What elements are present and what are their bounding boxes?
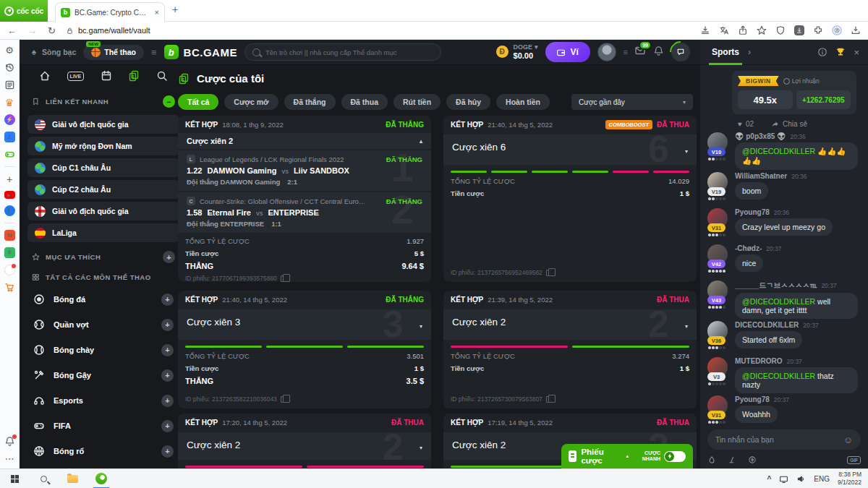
more-icon[interactable]: ⋯ bbox=[4, 453, 15, 464]
bet-card[interactable]: KẾT HỢP 17:20, 14 thg 5, 2022 ĐÃ THUA Cư… bbox=[178, 414, 431, 468]
home-icon[interactable] bbox=[39, 70, 51, 82]
bet-card[interactable]: KẾT HỢP 21:40, 14 thg 5, 2022 COMBOBOOST… bbox=[443, 116, 697, 282]
sidebar-sport-item[interactable]: Bóng Gậy + bbox=[27, 364, 179, 386]
translate-icon[interactable] bbox=[719, 25, 729, 35]
forward-icon[interactable]: → bbox=[27, 25, 37, 36]
bet-card[interactable]: KẾT HỢP 21:39, 14 thg 5, 2022 ĐÃ THUA Cư… bbox=[443, 291, 697, 408]
casino-mode-button[interactable]: ♠ Sòng bạc bbox=[30, 48, 76, 56]
games-gamepad-icon[interactable] bbox=[4, 149, 15, 160]
sidebar-sport-item[interactable]: Quần vợt + bbox=[27, 314, 179, 335]
wallet-button[interactable]: Ví bbox=[545, 42, 590, 62]
quick-link-item[interactable]: LaLiga bbox=[27, 223, 179, 242]
bet-title-bar[interactable]: Cược xiên 6 6 ▾ bbox=[443, 134, 697, 165]
copy-icon[interactable] bbox=[546, 396, 552, 403]
user-avatar[interactable] bbox=[597, 43, 616, 61]
username[interactable]: -Chødz- bbox=[735, 244, 762, 252]
download-active-icon[interactable] bbox=[794, 25, 804, 35]
quick-link-item[interactable]: Giải vô địch quốc gia bbox=[27, 115, 179, 134]
crown-icon[interactable]: ♛ bbox=[4, 97, 15, 108]
facebook-icon[interactable]: f bbox=[4, 205, 15, 216]
my-bets-icon[interactable] bbox=[128, 70, 140, 82]
tip-coin-icon[interactable] bbox=[748, 455, 757, 464]
sort-dropdown[interactable]: Cược gần đây ▾ bbox=[571, 94, 693, 110]
chevron-right-icon[interactable]: › bbox=[748, 47, 751, 57]
notifications-button[interactable] bbox=[653, 46, 664, 59]
shopee-icon[interactable]: 99 bbox=[4, 230, 15, 241]
history-icon[interactable] bbox=[4, 62, 15, 73]
file-explorer-icon[interactable] bbox=[58, 469, 87, 488]
header-menu-icon[interactable]: ≡ bbox=[151, 47, 157, 58]
bigwin-share-card[interactable]: BIGWIN Lợi nhuận 49.5x +1262.76295 bbox=[732, 71, 856, 114]
quick-link-item[interactable]: Cúp C1 châu Âu bbox=[27, 158, 179, 177]
expand-betslip-icon[interactable]: ▴ bbox=[626, 453, 629, 459]
downloads-tray-icon[interactable] bbox=[851, 25, 861, 35]
username[interactable]: Pyoung78 bbox=[735, 395, 770, 403]
chat-rules-info-icon[interactable] bbox=[817, 47, 827, 57]
bet-card[interactable]: KẾT HỢP 18:08, 1 thg 9, 2022 ĐÃ THẮNG Cư… bbox=[178, 116, 431, 282]
gif-button[interactable]: GIF bbox=[847, 456, 861, 464]
betslip-panel[interactable]: Phiếu cược ▴ CƯỢC NHANH bbox=[561, 444, 693, 468]
sidebar-sport-item[interactable]: Esports + bbox=[27, 390, 179, 411]
save-page-icon[interactable] bbox=[700, 25, 710, 35]
notification-bell-icon[interactable] bbox=[4, 436, 15, 447]
username[interactable]: Pyoung78 bbox=[735, 208, 770, 216]
youtube-icon[interactable]: ▶ bbox=[4, 191, 15, 199]
mention[interactable]: @DICECOLDKILLER bbox=[742, 372, 815, 380]
profile-menu-icon[interactable]: ≡ bbox=[624, 48, 627, 56]
username[interactable]: WilliamShatner bbox=[735, 172, 787, 180]
quick-link-item[interactable]: Cúp C2 châu Âu bbox=[27, 180, 179, 199]
chat-toggle-button[interactable] bbox=[671, 43, 690, 61]
bookmark-star-icon[interactable] bbox=[757, 25, 767, 35]
sidebar-sport-item[interactable]: Bóng chày + bbox=[27, 339, 179, 361]
close-chat-icon[interactable]: × bbox=[854, 47, 859, 58]
new-tab-button[interactable]: + bbox=[172, 4, 178, 15]
zalo-icon[interactable]: Z bbox=[4, 132, 15, 142]
expand-icon[interactable]: ▾ bbox=[685, 323, 688, 330]
store-app-icon[interactable]: ⠿ bbox=[4, 247, 15, 258]
balance-selector[interactable]: Ð DOGE▾ $0.00 bbox=[496, 44, 538, 60]
coccoc-menu-button[interactable]: cốc cốc bbox=[0, 0, 48, 22]
url-field[interactable]: bc.game/wallet/vault bbox=[66, 26, 150, 35]
add-shortcut-icon[interactable]: + bbox=[4, 174, 15, 184]
settings-gear-icon[interactable]: ⚙ bbox=[4, 45, 15, 56]
pingpong-app-icon[interactable] bbox=[4, 265, 15, 275]
quick-link-item[interactable]: Mỹ mở rộng Đơn Nam bbox=[27, 137, 179, 155]
username[interactable]: DICECOLDKILLER bbox=[735, 321, 799, 329]
expand-icon[interactable]: ▾ bbox=[420, 323, 422, 330]
username[interactable]: ______드ㄱ브ㅅㅅㅅㅅ℡ bbox=[735, 281, 817, 291]
taskbar-search-icon[interactable] bbox=[29, 469, 58, 488]
expand-icon[interactable]: ▾ bbox=[420, 445, 422, 451]
filter-pill[interactable]: Đã thua bbox=[341, 94, 388, 110]
inbox-button[interactable]: 99 bbox=[634, 45, 646, 59]
browser-tab[interactable]: b BC.Game: Crypto Casino Gam × bbox=[55, 2, 165, 22]
username[interactable]: 👽 p0p3x85 👽 bbox=[735, 132, 786, 140]
filter-pill[interactable]: Rút tiền bbox=[393, 94, 441, 110]
tray-expand-icon[interactable]: ^ bbox=[767, 475, 771, 483]
newsfeed-icon[interactable] bbox=[4, 80, 15, 90]
filter-pill[interactable]: Hoàn tiền bbox=[496, 94, 550, 110]
trophy-icon[interactable] bbox=[835, 47, 846, 57]
expand-icon[interactable]: ▾ bbox=[685, 148, 688, 155]
tab-close-icon[interactable]: × bbox=[155, 8, 159, 17]
like-button[interactable]: ♥ 02 bbox=[738, 120, 754, 128]
bet-card[interactable]: KẾT HỢP 21:40, 14 thg 5, 2022 ĐÃ THẮNG C… bbox=[178, 291, 431, 408]
emoji-icon[interactable]: ☺ bbox=[843, 435, 853, 445]
game-search-input[interactable]: Tên trò chơi || nhà cung cấp Thể danh mụ… bbox=[244, 43, 441, 61]
filter-pill[interactable]: Đã thắng bbox=[284, 94, 336, 110]
rain-icon[interactable] bbox=[707, 455, 716, 464]
bet-title-bar[interactable]: Cược xiên 2 2 ▾ bbox=[178, 432, 431, 460]
filter-pill[interactable]: Cược mở bbox=[224, 94, 278, 110]
username[interactable]: MUTEDRORO bbox=[735, 357, 783, 365]
mention[interactable]: @DICECOLDKILLER bbox=[742, 147, 815, 155]
taskbar-clock[interactable]: 8:38 PM 9/1/2022 bbox=[838, 471, 861, 486]
messenger-icon[interactable]: ⚡ bbox=[4, 114, 15, 125]
share-button[interactable]: Chia sẻ bbox=[771, 120, 807, 128]
start-button[interactable] bbox=[0, 469, 29, 488]
language-indicator[interactable]: ENG bbox=[814, 475, 830, 483]
quick-bet-toggle[interactable] bbox=[664, 451, 686, 462]
bet-title-bar[interactable]: Cược xiên 2 2 ▾ bbox=[443, 309, 697, 340]
quick-link-item[interactable]: Giải vô địch quốc gia bbox=[27, 202, 179, 221]
filter-pill[interactable]: Đã hủy bbox=[446, 94, 490, 110]
share-icon[interactable] bbox=[738, 25, 748, 35]
chat-message-input[interactable]: Tin nhắn của bạn ☺ bbox=[707, 429, 861, 450]
